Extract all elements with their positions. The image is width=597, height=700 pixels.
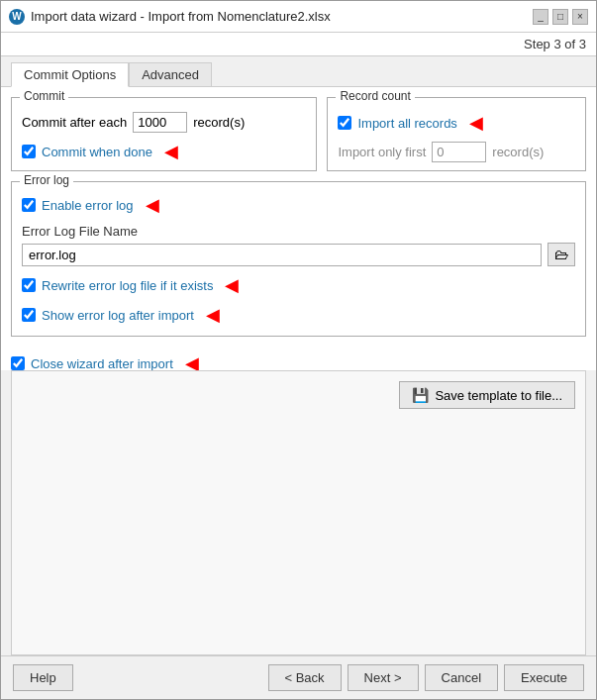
commit-after-label: Commit after each — [22, 115, 127, 130]
window-title: Import data wizard - Import from Nomencl… — [31, 9, 331, 24]
enable-error-log-checkbox[interactable] — [22, 198, 36, 212]
rewrite-error-log-label[interactable]: Rewrite error log file if it exists — [42, 278, 213, 293]
lower-area: 💾 Save template to file... — [11, 370, 586, 655]
arrow-rewrite-error-log: ◀ — [225, 274, 239, 296]
arrow-import-all: ◀ — [469, 112, 483, 134]
rewrite-error-log-checkbox[interactable] — [22, 278, 36, 292]
commit-when-done-checkbox[interactable] — [22, 145, 36, 158]
file-name-label: Error Log File Name — [22, 224, 575, 239]
cancel-button[interactable]: Cancel — [425, 664, 498, 691]
back-button[interactable]: < Back — [268, 664, 342, 691]
bottom-right: < Back Next > Cancel Execute — [268, 664, 585, 691]
maximize-button[interactable]: □ — [552, 9, 568, 25]
show-error-log-label[interactable]: Show error log after import — [42, 308, 194, 323]
step-indicator: Step 3 of 3 — [1, 33, 596, 56]
save-icon: 💾 — [412, 387, 429, 403]
bottom-bar: Help < Back Next > Cancel Execute — [1, 655, 596, 699]
close-wizard-label[interactable]: Close wizard after import — [31, 356, 173, 371]
commit-after-suffix: record(s) — [193, 115, 245, 130]
commit-group-label: Commit — [20, 89, 68, 103]
close-button[interactable]: × — [572, 9, 588, 25]
import-only-suffix: record(s) — [492, 145, 544, 159]
enable-error-log-label[interactable]: Enable error log — [42, 198, 134, 213]
commit-when-done-label[interactable]: Commit when done — [42, 145, 152, 159]
file-browse-button[interactable]: 🗁 — [547, 243, 575, 266]
record-count-inner: Import all records ◀ Import only first r… — [338, 112, 575, 162]
import-only-row: Import only first record(s) — [338, 142, 575, 162]
file-name-input[interactable] — [22, 244, 542, 266]
close-wizard-checkbox[interactable] — [11, 356, 25, 370]
enable-error-log-row: Enable error log ◀ — [22, 194, 575, 216]
show-error-log-row: Show error log after import ◀ — [22, 304, 575, 326]
commit-group: Commit Commit after each record(s) Commi… — [11, 97, 317, 171]
arrow-close-wizard: ◀ — [185, 352, 199, 370]
arrow-enable-error-log: ◀ — [146, 194, 159, 216]
arrow-show-error-log: ◀ — [206, 304, 220, 326]
import-only-input[interactable] — [432, 142, 486, 162]
import-all-checkbox[interactable] — [338, 116, 351, 130]
next-button[interactable]: Next > — [348, 664, 419, 691]
help-button[interactable]: Help — [13, 664, 73, 691]
minimize-button[interactable]: _ — [533, 9, 548, 25]
commit-after-row: Commit after each record(s) — [22, 112, 306, 133]
save-template-button[interactable]: 💾 Save template to file... — [399, 381, 575, 409]
import-only-label: Import only first — [338, 145, 426, 159]
error-log-group: Error log Enable error log ◀ Error Log F… — [11, 181, 586, 337]
save-template-label: Save template to file... — [435, 388, 562, 403]
tab-advanced[interactable]: Advanced — [129, 62, 212, 86]
tab-bar: Commit Options Advanced — [1, 56, 596, 87]
record-count-group: Record count Import all records ◀ Import… — [327, 97, 586, 171]
file-name-row: 🗁 — [22, 243, 575, 266]
top-panels: Commit Commit after each record(s) Commi… — [11, 97, 586, 171]
import-all-row: Import all records ◀ — [338, 112, 575, 134]
rewrite-error-log-row: Rewrite error log file if it exists ◀ — [22, 274, 575, 296]
main-content: Commit Commit after each record(s) Commi… — [1, 87, 596, 370]
commit-after-input[interactable] — [133, 112, 187, 133]
import-all-label[interactable]: Import all records — [357, 116, 456, 131]
tab-commit-options[interactable]: Commit Options — [11, 62, 129, 87]
execute-button[interactable]: Execute — [504, 664, 584, 691]
close-wizard-row: Close wizard after import ◀ — [11, 352, 586, 370]
window-controls: _ □ × — [533, 9, 588, 25]
show-error-log-checkbox[interactable] — [22, 308, 36, 322]
title-bar: W Import data wizard - Import from Nomen… — [1, 1, 596, 33]
error-log-group-label: Error log — [20, 173, 73, 187]
app-icon: W — [9, 9, 25, 25]
record-count-group-label: Record count — [336, 89, 414, 103]
bottom-left: Help — [13, 664, 73, 691]
commit-when-done-row: Commit when done ◀ — [22, 141, 306, 162]
arrow-commit-when-done: ◀ — [164, 141, 178, 162]
